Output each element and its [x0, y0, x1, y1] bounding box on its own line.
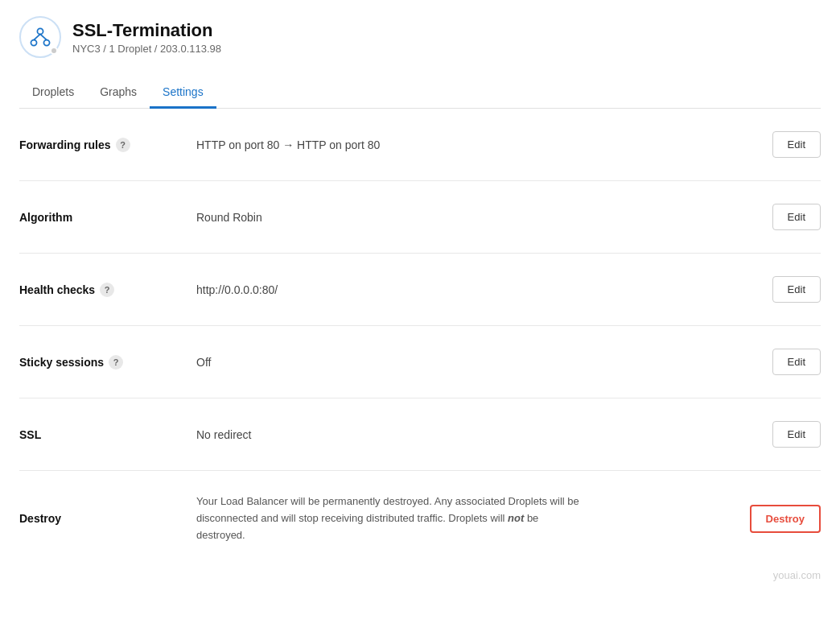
svg-line-3	[34, 34, 40, 39]
health-checks-edit-button[interactable]: Edit	[772, 276, 821, 303]
svg-line-4	[40, 34, 47, 39]
page-header: SSL-Termination NYC3 / 1 Droplet / 203.0…	[19, 16, 821, 58]
tab-droplets[interactable]: Droplets	[19, 77, 87, 109]
tab-bar: Droplets Graphs Settings	[19, 77, 821, 109]
settings-section: Forwarding rules ? HTTP on port 80 → HTT…	[19, 109, 821, 566]
destroy-row: Destroy Your Load Balancer will be perma…	[19, 471, 821, 566]
health-checks-label: Health checks	[19, 283, 95, 296]
sticky-sessions-label: Sticky sessions	[19, 356, 104, 369]
avatar	[19, 16, 61, 58]
destroy-description-bold: not	[508, 512, 524, 524]
svg-point-1	[31, 40, 36, 46]
destroy-button[interactable]: Destroy	[750, 505, 821, 533]
svg-point-0	[37, 28, 43, 34]
forwarding-rules-row: Forwarding rules ? HTTP on port 80 → HTT…	[19, 109, 821, 181]
forwarding-rules-label: Forwarding rules	[19, 138, 111, 151]
health-checks-row: Health checks ? http://0.0.0.0:80/ Edit	[19, 254, 821, 326]
algorithm-label: Algorithm	[19, 211, 72, 224]
forwarding-rules-help-icon[interactable]: ?	[116, 138, 130, 152]
forwarding-rules-edit-button[interactable]: Edit	[772, 131, 821, 158]
status-dot	[50, 47, 58, 55]
health-checks-help-icon[interactable]: ?	[100, 283, 114, 297]
sticky-sessions-row: Sticky sessions ? Off Edit	[19, 326, 821, 398]
sticky-sessions-edit-button[interactable]: Edit	[772, 349, 821, 375]
tab-settings[interactable]: Settings	[150, 77, 216, 109]
tab-graphs[interactable]: Graphs	[87, 77, 150, 109]
algorithm-value: Round Robin	[196, 211, 760, 224]
svg-point-2	[43, 40, 49, 46]
destroy-label: Destroy	[19, 512, 61, 525]
sticky-sessions-value: Off	[196, 356, 760, 369]
ssl-row: SSL No redirect Edit	[19, 398, 821, 471]
page-subtitle: NYC3 / 1 Droplet / 203.0.113.98	[72, 43, 221, 55]
watermark: youai.com	[19, 569, 821, 589]
ssl-value: No redirect	[196, 428, 760, 441]
ssl-edit-button[interactable]: Edit	[772, 421, 821, 448]
algorithm-edit-button[interactable]: Edit	[772, 204, 821, 230]
forwarding-rules-value: HTTP on port 80 → HTTP on port 80	[196, 138, 760, 151]
page-title: SSL-Termination	[72, 20, 221, 41]
algorithm-row: Algorithm Round Robin Edit	[19, 181, 821, 254]
ssl-label: SSL	[19, 428, 41, 441]
health-checks-value: http://0.0.0.0:80/	[196, 283, 760, 296]
destroy-description: Your Load Balancer will be permanently d…	[196, 493, 583, 543]
sticky-sessions-help-icon[interactable]: ?	[109, 355, 123, 370]
